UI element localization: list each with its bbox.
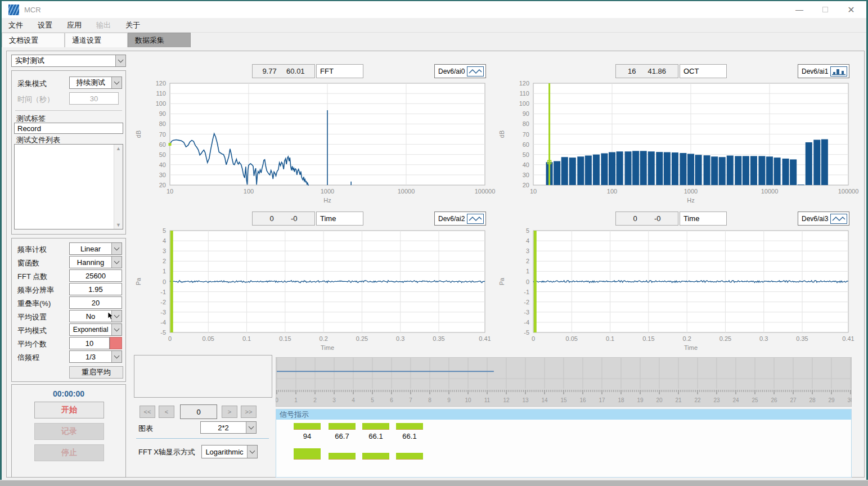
time-input[interactable]: 30 xyxy=(69,92,119,105)
svg-text:Pa: Pa xyxy=(135,277,142,285)
menu-about[interactable]: 关于 xyxy=(125,20,140,30)
dropdown-button[interactable] xyxy=(246,422,256,433)
scroll-up-icon[interactable]: ▲ xyxy=(116,146,121,151)
cursor-x-value: 0 xyxy=(269,214,273,223)
page-number-input[interactable]: 0 xyxy=(180,404,217,419)
minimize-button[interactable]: — xyxy=(786,1,812,18)
chart-type-box[interactable]: OCT xyxy=(680,64,727,78)
window-fn-select[interactable]: Hanning xyxy=(69,256,122,268)
chart-type-box[interactable]: Time xyxy=(680,212,727,226)
test-file-list[interactable]: ▲▼ xyxy=(14,144,123,230)
fft-points-input[interactable]: 25600 xyxy=(69,269,122,282)
weighting-select[interactable]: Linear xyxy=(69,242,122,255)
close-button[interactable]: ✕ xyxy=(838,1,864,18)
svg-text:0: 0 xyxy=(163,278,166,285)
maximize-button[interactable] xyxy=(812,1,838,18)
svg-text:30: 30 xyxy=(847,397,852,403)
svg-text:50: 50 xyxy=(523,151,529,158)
overlap-input[interactable]: 20 xyxy=(69,296,122,309)
channel-selector[interactable]: Dev6/ai0 xyxy=(434,64,486,78)
tab-channel-settings[interactable]: 通道设置 xyxy=(65,33,128,47)
average-mode-select[interactable]: Exponential xyxy=(69,323,122,336)
signal-channel-1: 94 xyxy=(290,423,325,460)
menu-settings[interactable]: 设置 xyxy=(38,20,52,30)
test-mode-dropdown-button[interactable] xyxy=(115,55,125,66)
page-prev-button[interactable]: < xyxy=(159,406,174,418)
chart-header: 16 41.86 OCT Dev6/ai1 xyxy=(496,64,860,79)
menu-output: 输出 xyxy=(96,20,111,30)
app-icon xyxy=(8,4,19,15)
divider xyxy=(136,438,269,439)
channel-selector[interactable]: Dev6/ai2 xyxy=(434,212,486,226)
dropdown-button[interactable] xyxy=(111,243,122,254)
chart-layout-select[interactable]: 2*2 xyxy=(200,421,257,434)
chart-type-box[interactable]: Time xyxy=(316,212,363,226)
octave-select[interactable]: 1/3 xyxy=(69,350,122,363)
fft-plot[interactable]: 2030405060708090100110120101001000100001… xyxy=(133,80,496,205)
svg-text:-3: -3 xyxy=(160,309,166,316)
record-progress-timeline[interactable]: 0123456789101112131415161718192021222324… xyxy=(276,357,852,407)
time-plot-ai2[interactable]: -5-4-3-2-101234500.050.10.150.20.250.30.… xyxy=(133,228,496,353)
chart-header: 0 -0 Time Dev6/ai2 xyxy=(133,211,496,226)
svg-text:12: 12 xyxy=(503,397,510,403)
menu-application[interactable]: 应用 xyxy=(67,20,82,30)
svg-text:40: 40 xyxy=(523,161,529,168)
chart-header: 9.77 60.01 FFT Dev6/ai0 xyxy=(133,64,496,79)
page-first-button[interactable]: << xyxy=(140,406,155,418)
scroll-down-icon[interactable]: ▼ xyxy=(116,222,121,228)
fft-xaxis-select[interactable]: Logarithmic xyxy=(201,445,258,458)
acq-mode-dropdown-button[interactable] xyxy=(111,77,122,88)
page-last-button[interactable]: >> xyxy=(241,406,257,418)
stop-button: 停止 xyxy=(34,444,104,461)
svg-text:70: 70 xyxy=(159,131,166,138)
svg-text:Time: Time xyxy=(321,344,334,351)
channel-name: Dev6/ai1 xyxy=(802,68,828,75)
chevron-down-icon xyxy=(114,79,120,84)
svg-text:Pa: Pa xyxy=(498,277,505,285)
channel-selector[interactable]: Dev6/ai3 xyxy=(798,212,849,226)
svg-text:90: 90 xyxy=(523,110,529,117)
dropdown-button[interactable] xyxy=(111,256,122,268)
dropdown-button[interactable] xyxy=(111,324,122,335)
cursor-x-value: 16 xyxy=(628,67,636,75)
dropdown-button[interactable] xyxy=(247,446,257,458)
tab-data-acquisition[interactable]: 数据采集 xyxy=(128,33,191,47)
channel-selector[interactable]: Dev6/ai1 xyxy=(798,64,849,78)
svg-text:0.35: 0.35 xyxy=(796,335,808,342)
chart-cell-fft: 9.77 60.01 FFT Dev6/ai0 2030405060708090… xyxy=(133,64,496,205)
start-button[interactable]: 开始 xyxy=(34,402,104,418)
freq-resolution-input[interactable]: 1.95 xyxy=(69,283,122,295)
oct-plot[interactable]: 2030405060708090100110120101001000100001… xyxy=(496,80,860,205)
signal-channel-2: 66.7 xyxy=(325,423,359,460)
signal-value: 66.1 xyxy=(358,432,393,440)
svg-text:-1: -1 xyxy=(524,289,529,295)
window-title: MCR xyxy=(24,6,41,14)
svg-text:1000: 1000 xyxy=(684,188,698,195)
analysis-group: 频率计权 Linear 窗函数 Hanning FFT 点数 25600 频率分… xyxy=(11,238,126,382)
svg-text:20: 20 xyxy=(159,182,166,188)
menu-file[interactable]: 文件 xyxy=(8,20,23,30)
scrollbar[interactable]: ▲▼ xyxy=(114,145,123,229)
acq-mode-value: 持续测试 xyxy=(70,78,111,88)
svg-text:-5: -5 xyxy=(524,329,529,336)
channel-name: Dev6/ai3 xyxy=(802,215,828,223)
restart-average-button[interactable]: 重启平均 xyxy=(69,366,123,379)
page-next-button[interactable]: > xyxy=(222,406,237,418)
svg-text:-2: -2 xyxy=(524,299,529,305)
acq-mode-select[interactable]: 持续测试 xyxy=(69,76,122,89)
svg-text:80: 80 xyxy=(159,120,166,127)
window-fn-label: 窗函数 xyxy=(17,258,39,268)
chart-type-box[interactable]: FFT xyxy=(316,64,363,78)
signal-value: 66.1 xyxy=(392,432,427,440)
tag-input[interactable]: Record xyxy=(14,123,123,134)
dropdown-button[interactable] xyxy=(111,351,122,362)
svg-text:0: 0 xyxy=(532,335,535,342)
svg-text:60: 60 xyxy=(159,141,166,148)
chart-cell-oct: 16 41.86 OCT Dev6/ai1 203040506070809010… xyxy=(496,64,860,205)
tab-document-settings[interactable]: 文档设置 xyxy=(2,33,65,47)
svg-text:0.1: 0.1 xyxy=(242,335,251,342)
time-plot-ai3[interactable]: -5-4-3-2-101234500.050.10.150.20.250.30.… xyxy=(496,228,860,353)
svg-text:28: 28 xyxy=(809,397,816,403)
average-count-input[interactable]: 10 xyxy=(69,337,110,349)
test-mode-select[interactable]: 实时测试 xyxy=(11,55,126,67)
